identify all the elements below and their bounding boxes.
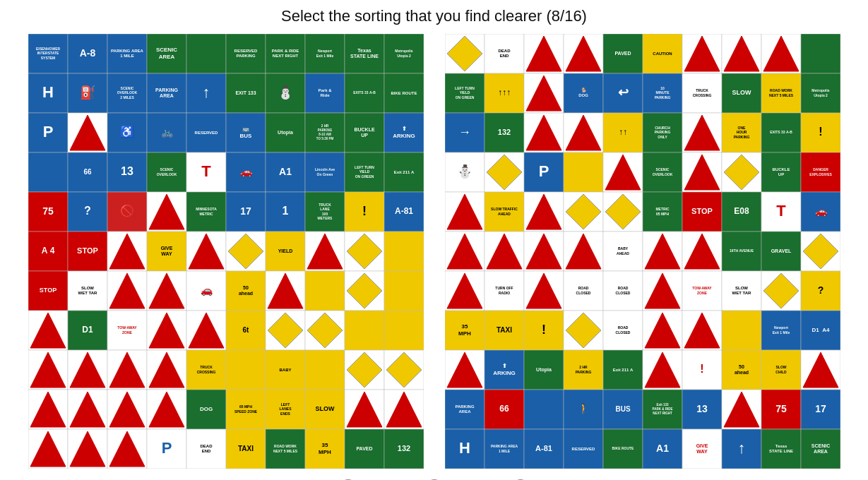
page-title: Select the sorting that you find clearer… bbox=[281, 7, 587, 25]
right-grid-canvas[interactable] bbox=[445, 34, 840, 469]
grids-wrapper bbox=[28, 34, 840, 469]
left-grid-canvas[interactable] bbox=[28, 34, 424, 469]
right-grid[interactable] bbox=[445, 34, 840, 469]
left-grid[interactable] bbox=[28, 34, 424, 469]
